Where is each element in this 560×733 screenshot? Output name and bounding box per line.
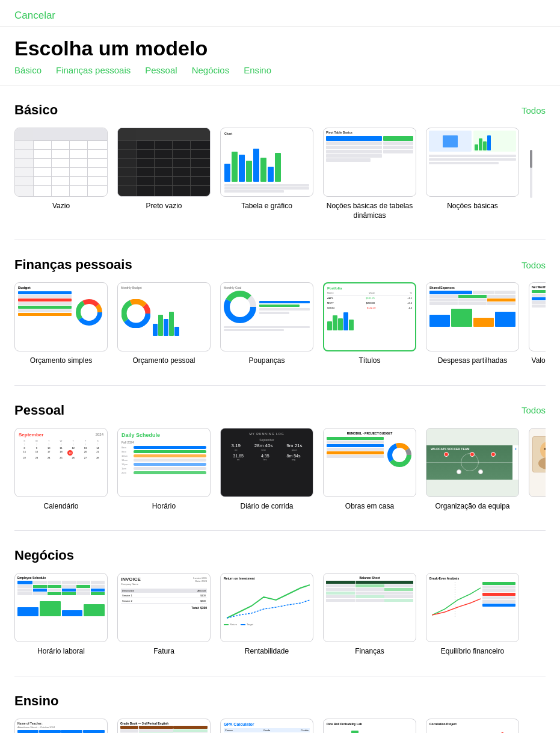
template-rentabilidade-thumb: Return on Investment Return Target <box>220 573 313 642</box>
section-negocios-header: Negócios <box>14 548 546 563</box>
template-titulos-label: Títulos <box>358 356 380 366</box>
template-org-equipa-label: Organização da equipa <box>435 502 509 512</box>
template-orcamento-pessoal-label: Orçamento pessoal <box>132 356 195 366</box>
svg-point-18 <box>540 442 546 459</box>
template-horario-thumb: Daily Schedule Fall 2024 8am 9am <box>117 428 211 497</box>
template-diario-corrida-thumb: MY RUNNING LOG September 3.19mi 28m 40st… <box>220 428 313 497</box>
template-poupancas-thumb: Monthly Goal <box>220 282 313 351</box>
template-nocoes-basicas-label: Noções básicas <box>447 202 498 211</box>
financas-templates-row: Budget <box>14 282 546 366</box>
template-horario-laboral[interactable]: Employee Schedule <box>14 573 108 657</box>
template-diario-corrida[interactable]: MY RUNNING LOG September 3.19mi 28m 40st… <box>220 428 313 512</box>
template-orcamento-simples-thumb: Budget <box>14 282 108 351</box>
divider-1 <box>14 240 546 240</box>
section-negocios: Negócios Employee Schedule <box>14 548 546 657</box>
template-calendario-label: Calendário <box>43 502 78 512</box>
template-poupancas[interactable]: Monthly Goal <box>220 282 313 366</box>
template-preto-vazio-label: Preto vazio <box>146 202 182 211</box>
basico-templates-container: Vazio <box>14 128 546 220</box>
section-basico-title: Básico <box>14 102 58 118</box>
ensino-templates-row: Name of Teacher: Attendance Sheet — Octo… <box>14 719 546 733</box>
template-preto-vazio[interactable]: Preto vazio <box>117 128 211 220</box>
template-horario-laboral-label: Horário laboral <box>37 647 85 657</box>
template-valor-liquido[interactable]: Net Worth: Overview Valor líquido... <box>529 282 546 366</box>
section-pessoal-header: Pessoal Todos <box>14 403 546 418</box>
template-horario-laboral-thumb: Employee Schedule <box>14 573 108 642</box>
section-financas-title: Finanças pessoais <box>14 257 132 273</box>
template-gpa-thumb: GPA Calculator CourseGradeCredits MathA4… <box>220 719 313 733</box>
template-orcamento-pessoal[interactable]: Monthly Budget <box>117 282 211 366</box>
template-rentabilidade-label: Rentabilidade <box>245 647 289 657</box>
template-titulos-thumb: Portfolia NameValue% AAPL$131.25+2.1 MSF… <box>323 282 416 351</box>
template-correlacao[interactable]: Correlation Project <box>426 719 519 733</box>
template-valor-liquido-thumb: Net Worth: Overview <box>529 282 546 351</box>
divider-3 <box>14 530 546 531</box>
template-nocoes-basicas-thumb <box>426 128 519 197</box>
template-tabela-grafico[interactable]: Chart <box>220 128 313 220</box>
category-nav: Básico Finanças pessoais Pessoal Negócio… <box>0 65 560 85</box>
template-rentabilidade[interactable]: Return on Investment Return Target <box>220 573 313 657</box>
template-calendario-thumb: September 2024 S M T W T F S 1 2 <box>14 428 108 497</box>
template-registo-bebe[interactable]: Baby's First Year <box>529 428 546 512</box>
template-presenca[interactable]: Name of Teacher: Attendance Sheet — Octo… <box>14 719 108 733</box>
template-preto-vazio-thumb <box>117 128 211 197</box>
template-livro-notas-thumb: Grade Book — 3rd Period English <box>117 719 211 733</box>
template-vazio-thumb <box>14 128 108 197</box>
section-pessoal: Pessoal Todos September 2024 S M T <box>14 403 546 512</box>
template-tabelas-dinamicas-label: Noções básicas de tabelas dinâmicas <box>323 202 416 220</box>
section-financas-all[interactable]: Todos <box>522 260 546 270</box>
template-horario-label: Horário <box>152 502 176 512</box>
template-tabelas-dinamicas[interactable]: Pivot Table Basics <box>323 128 416 220</box>
template-orcamento-simples[interactable]: Budget <box>14 282 108 366</box>
template-despesas[interactable]: Shared Expenses <box>426 282 519 366</box>
template-fatura-thumb: INVOICE Company Name Invoice #001 Date: … <box>117 573 211 642</box>
template-vazio-label: Vazio <box>52 202 70 211</box>
divider-2 <box>14 385 546 386</box>
basico-templates-row: Vazio <box>14 128 546 220</box>
section-pessoal-all[interactable]: Todos <box>522 405 546 415</box>
top-bar: Cancelar <box>0 0 560 27</box>
template-calendario[interactable]: September 2024 S M T W T F S 1 2 <box>14 428 108 512</box>
nav-pessoal[interactable]: Pessoal <box>145 65 177 75</box>
template-equilibrio-label: Equilíbrio financeiro <box>441 647 504 657</box>
template-diario-corrida-label: Diário de corrida <box>240 502 293 512</box>
section-basico-header: Básico Todos <box>14 102 546 118</box>
section-financas: Finanças pessoais Todos Budget <box>14 257 546 366</box>
cancel-button[interactable]: Cancelar <box>14 10 55 22</box>
template-tabela-grafico-thumb: Chart <box>220 128 313 197</box>
svg-point-19 <box>538 457 546 469</box>
template-lab-prob-thumb: Dice Roll Probability Lab 2 <box>323 719 416 733</box>
template-lab-prob[interactable]: Dice Roll Probability Lab 2 <box>323 719 416 733</box>
divider-4 <box>14 676 546 676</box>
section-financas-header: Finanças pessoais Todos <box>14 257 546 273</box>
section-basico: Básico Todos <box>14 102 546 220</box>
basic-scrollbar <box>529 128 534 220</box>
template-gpa[interactable]: GPA Calculator CourseGradeCredits MathA4… <box>220 719 313 733</box>
section-basico-all[interactable]: Todos <box>522 105 546 116</box>
nav-ensino[interactable]: Ensino <box>244 65 271 75</box>
nav-financas[interactable]: Finanças pessoais <box>56 65 131 75</box>
nav-basico[interactable]: Básico <box>14 65 42 75</box>
template-titulos[interactable]: Portfolia NameValue% AAPL$131.25+2.1 MSF… <box>323 282 416 366</box>
nav-negocios[interactable]: Negócios <box>192 65 230 75</box>
template-livro-notas[interactable]: Grade Book — 3rd Period English <box>117 719 211 733</box>
page-title: Escolha um modelo <box>0 27 560 65</box>
template-poupancas-label: Poupanças <box>248 356 285 366</box>
template-fatura[interactable]: INVOICE Company Name Invoice #001 Date: … <box>117 573 211 657</box>
template-org-equipa[interactable]: WILDCATS SOCCER TEAM <box>426 428 519 512</box>
template-vazio[interactable]: Vazio <box>14 128 108 220</box>
section-negocios-title: Negócios <box>14 548 74 563</box>
template-nocoes-basicas[interactable]: Noções básicas <box>426 128 519 220</box>
template-correlacao-thumb: Correlation Project <box>426 719 519 733</box>
main-content: Básico Todos <box>0 102 560 733</box>
template-registo-bebe-thumb: Baby's First Year <box>529 428 546 497</box>
template-horario[interactable]: Daily Schedule Fall 2024 8am 9am <box>117 428 211 512</box>
template-obras-casa[interactable]: REMODEL - PROJECT BUDGET <box>323 428 416 512</box>
template-obras-casa-thumb: REMODEL - PROJECT BUDGET <box>323 428 416 497</box>
section-ensino-header: Ensino <box>14 693 546 709</box>
template-obras-casa-label: Obras em casa <box>345 502 394 512</box>
template-equilibrio[interactable]: Break-Even Analysis <box>426 573 519 657</box>
template-financas-neg[interactable]: Balance Sheet <box>323 573 416 657</box>
template-tabelas-dinamicas-thumb: Pivot Table Basics <box>323 128 416 197</box>
template-org-equipa-thumb: WILDCATS SOCCER TEAM <box>426 428 519 497</box>
